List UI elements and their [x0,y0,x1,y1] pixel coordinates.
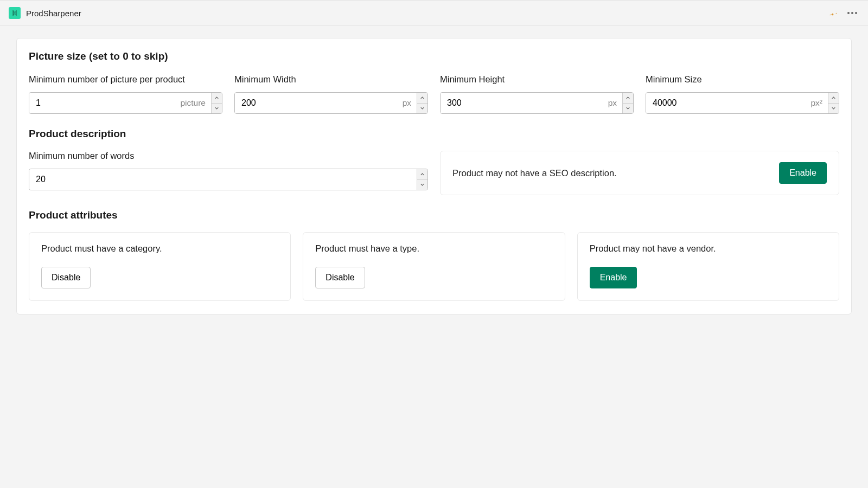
stepper-down-icon[interactable] [417,180,427,190]
min-words-input[interactable] [29,169,417,190]
stepper-up-icon[interactable] [623,93,633,104]
attributes-section-title: Product attributes [29,209,839,221]
min-pictures-spinner [211,93,222,113]
type-disable-button[interactable]: Disable [315,267,365,288]
min-width-input[interactable] [235,93,403,113]
category-disable-button[interactable]: Disable [41,267,91,288]
min-height-suffix: px [608,93,622,113]
attribute-card-type: Product must have a type. Disable [303,232,565,301]
min-pictures-input-wrap: picture [29,92,222,114]
attribute-card-vendor: Product may not have a vendor. Enable [577,232,839,301]
picture-section-title: Picture size (set to 0 to skip) [29,50,839,62]
min-height-input[interactable] [441,93,608,113]
stepper-down-icon[interactable] [828,104,839,114]
pin-icon[interactable] [829,8,839,18]
stepper-up-icon[interactable] [417,93,427,104]
stepper-up-icon[interactable] [828,93,839,104]
attribute-text-type: Product must have a type. [315,243,552,254]
app-title: ProdSharpener [26,9,81,18]
stepper-down-icon[interactable] [623,104,633,114]
vendor-enable-button[interactable]: Enable [590,267,637,288]
attribute-text-category: Product must have a category. [41,243,278,254]
min-size-suffix: px² [810,93,828,113]
min-size-input[interactable] [646,93,810,113]
stepper-up-icon[interactable] [417,169,427,180]
min-pictures-suffix: picture [180,93,211,113]
min-size-label: Minimum Size [646,74,839,85]
seo-description-card: Product may not have a SEO description. … [440,151,839,195]
min-words-label: Minimum number of words [29,151,428,161]
more-icon[interactable] [845,10,859,16]
attribute-text-vendor: Product may not have a vendor. [590,243,827,254]
description-section-title: Product description [29,128,839,140]
min-width-suffix: px [403,93,417,113]
stepper-up-icon[interactable] [212,93,222,104]
attribute-card-category: Product must have a category. Disable [29,232,291,301]
min-height-label: Minimum Height [440,74,634,85]
settings-card: Picture size (set to 0 to skip) Minimum … [16,38,852,314]
stepper-down-icon[interactable] [212,104,222,114]
min-width-label: Minimum Width [234,74,428,85]
app-logo-icon [9,7,21,19]
seo-enable-button[interactable]: Enable [779,162,827,184]
min-pictures-input[interactable] [29,93,180,113]
stepper-down-icon[interactable] [417,104,427,114]
app-header: ProdSharpener [0,0,868,26]
min-pictures-label: Minimum number of picture per product [29,74,222,85]
seo-description-text: Product may not have a SEO description. [452,168,617,178]
